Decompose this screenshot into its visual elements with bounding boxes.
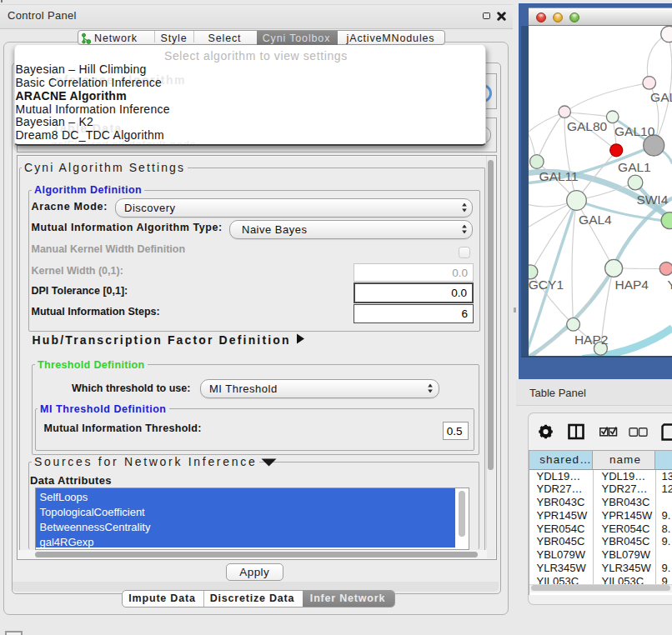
svg-text:GAL80: GAL80 bbox=[566, 118, 607, 132]
svg-text:GCY1: GCY1 bbox=[529, 278, 564, 292]
svg-text:GAL10: GAL10 bbox=[614, 123, 655, 138]
svg-text:HAP2: HAP2 bbox=[574, 332, 608, 346]
svg-text:Y: Y bbox=[667, 278, 672, 292]
svg-text:SWI4: SWI4 bbox=[636, 192, 668, 207]
svg-text:GAL4: GAL4 bbox=[579, 212, 612, 226]
svg-text:GAL1: GAL1 bbox=[618, 159, 651, 173]
svg-text:GAL7: GAL7 bbox=[650, 89, 672, 103]
svg-text:GAL11: GAL11 bbox=[539, 168, 578, 182]
svg-text:HAP4: HAP4 bbox=[614, 278, 649, 292]
